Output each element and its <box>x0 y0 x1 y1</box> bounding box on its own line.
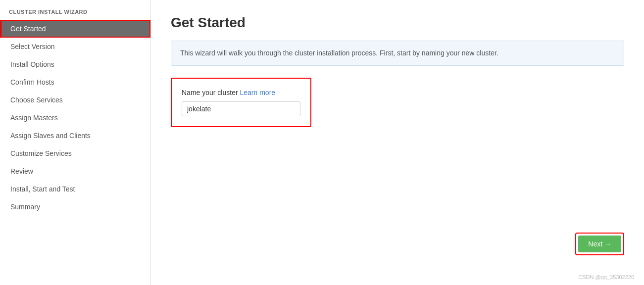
sidebar-item-label: Summary <box>10 203 40 211</box>
sidebar-item-label: Assign Masters <box>10 114 58 122</box>
sidebar-item-label: Install Options <box>10 60 54 68</box>
sidebar-item-label: Get Started <box>10 25 46 33</box>
sidebar-item-install-options[interactable]: Install Options <box>0 55 150 73</box>
next-button[interactable]: Next → <box>578 236 621 252</box>
sidebar-item-choose-services[interactable]: Choose Services <box>0 91 150 109</box>
sidebar: CLUSTER INSTALL WIZARD Get Started Selec… <box>0 0 151 285</box>
learn-more-link[interactable]: Learn more <box>240 89 275 96</box>
main-content: Get Started This wizard will walk you th… <box>151 0 644 285</box>
sidebar-item-label: Review <box>10 167 33 175</box>
watermark: CSDN @qq_35302220 <box>578 274 634 280</box>
sidebar-item-select-version[interactable]: Select Version <box>0 38 150 55</box>
sidebar-item-install-start-test[interactable]: Install, Start and Test <box>0 180 150 198</box>
page-title: Get Started <box>171 15 624 31</box>
sidebar-item-label: Customize Services <box>10 149 72 157</box>
sidebar-title: CLUSTER INSTALL WIZARD <box>0 0 150 20</box>
sidebar-item-customize-services[interactable]: Customize Services <box>0 144 150 162</box>
info-box: This wizard will walk you through the cl… <box>171 41 624 66</box>
sidebar-item-confirm-hosts[interactable]: Confirm Hosts <box>0 73 150 91</box>
sidebar-item-label: Assign Slaves and Clients <box>10 132 91 140</box>
sidebar-item-label: Select Version <box>10 43 55 50</box>
sidebar-item-assign-masters[interactable]: Assign Masters <box>0 109 150 127</box>
cluster-name-form: Name your cluster Learn more <box>171 78 311 127</box>
sidebar-item-review[interactable]: Review <box>0 162 150 180</box>
sidebar-item-assign-slaves[interactable]: Assign Slaves and Clients <box>0 127 150 144</box>
sidebar-item-label: Choose Services <box>10 96 63 104</box>
sidebar-item-get-started[interactable]: Get Started <box>0 20 150 38</box>
sidebar-item-label: Confirm Hosts <box>10 78 54 86</box>
sidebar-item-summary[interactable]: Summary <box>0 198 150 216</box>
cluster-name-input[interactable] <box>182 101 300 116</box>
cluster-name-label: Name your cluster Learn more <box>182 89 300 96</box>
sidebar-item-label: Install, Start and Test <box>10 185 75 193</box>
next-button-wrapper: Next → <box>575 233 624 255</box>
